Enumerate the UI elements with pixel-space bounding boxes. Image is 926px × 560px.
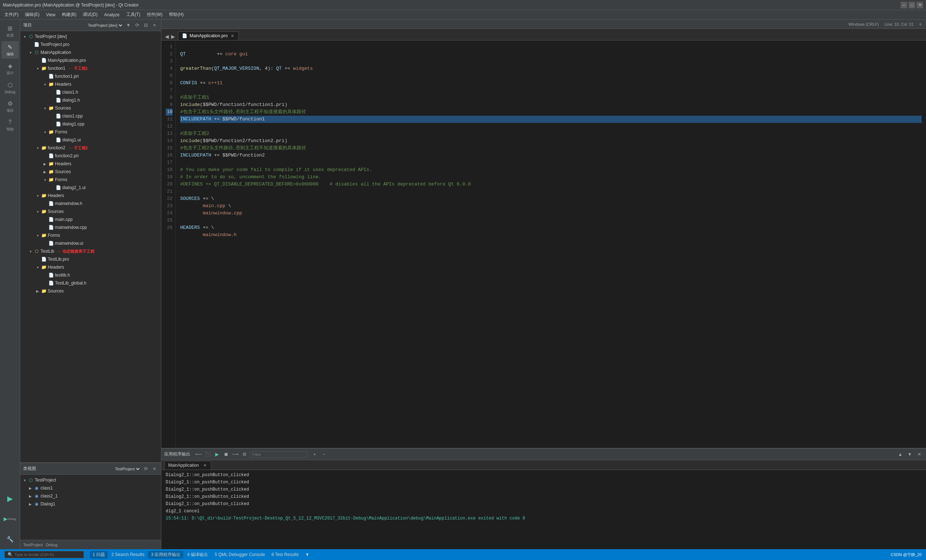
tree-item-dialog1-class[interactable]: ▶ ◉ Dialog1 (20, 500, 161, 508)
settings-output-button[interactable]: ⚙ (241, 450, 248, 459)
panel-down-button[interactable]: ▼ (906, 450, 914, 459)
tree-item-class1-cpp[interactable]: 📄 class1.cpp (20, 112, 161, 120)
class-dropdown[interactable]: TestProject (113, 466, 141, 471)
menu-edit[interactable]: 编辑(E) (22, 11, 42, 18)
status-tab-test[interactable]: 8 Test Results (268, 551, 301, 558)
tree-item-dialog1-h[interactable]: 📄 dialog1.h (20, 96, 161, 104)
sidebar-item-welcome[interactable]: ⊞ 欢迎 (2, 23, 19, 40)
tree-item-main-cpp[interactable]: 📄 main.cpp (20, 216, 161, 223)
sidebar-item-run[interactable]: ▶ (2, 490, 19, 507)
tree-item-mainwindow-h[interactable]: 📄 mainwindow.h (20, 199, 161, 208)
tree-item-testlib-pro[interactable]: 📄 TestLib.pro (20, 255, 161, 263)
project-tree-view[interactable]: ▾ ⬡ TestProject [dev] 📄 TestProject.pro … (20, 31, 161, 462)
filter-button[interactable]: ▼ (125, 22, 132, 29)
tree-item-testlib-global-h[interactable]: 📄 TestLib_global.h (20, 279, 161, 287)
tree-item-mainwindow-cpp[interactable]: 📄 mainwindow.cpp (20, 223, 161, 231)
collapse-button[interactable]: ⊟ (142, 22, 150, 29)
menu-controls[interactable]: 控件(W) (144, 11, 165, 18)
tree-item-class-testproject[interactable]: ▾ ⬡ TestProject (20, 476, 161, 484)
tree-item-mainapplication-sources[interactable]: ▾ 📁 Sources (20, 208, 161, 216)
code-editor[interactable]: 12345 6789 10 1112131415 16171819 202122… (161, 41, 926, 448)
status-tab-arrow[interactable]: ▼ (303, 551, 313, 558)
tree-item-function1[interactable]: ▾ 📁 function1 ← 子工程1 (20, 64, 161, 72)
close-button[interactable]: ✕ (917, 2, 923, 8)
status-tab-issues[interactable]: 1 问题 (90, 551, 108, 558)
tree-item-mainwindow-ui[interactable]: 📄 mainwindow.ui (20, 239, 161, 247)
status-tab-qml[interactable]: 5 QML Debugger Console (212, 551, 268, 558)
class-menu-button[interactable]: ≡ (151, 465, 158, 472)
end-output-button[interactable]: ⏹ (222, 450, 230, 459)
menu-debug[interactable]: 调试(D) (80, 11, 101, 18)
status-tab-compile[interactable]: 4 编译输出 (184, 551, 211, 558)
filter-input[interactable] (250, 451, 308, 458)
sidebar-item-project[interactable]: ⚙ 项目 (2, 98, 19, 115)
class-sync-button[interactable]: ⟳ (142, 465, 150, 472)
locate-input[interactable] (14, 552, 76, 557)
status-tab-search[interactable]: 2 Search Results (109, 551, 147, 558)
tree-item-testlib-sources[interactable]: ▶ 📁 Sources (20, 287, 161, 295)
tree-item-mainapplication-forms[interactable]: ▾ 📁 Forms (20, 231, 161, 239)
sidebar-item-debug-run[interactable]: ▶Debug (2, 510, 19, 527)
tree-item-testlib[interactable]: ▾ ⬡ TestLib ← 动态链接库子工程 (20, 247, 161, 255)
project-dropdown[interactable]: TestProject [dev] (86, 23, 123, 28)
tree-item-mainapplication-pro[interactable]: 📄 MainApplication.pro (20, 56, 161, 64)
tree-item-testproject[interactable]: ▾ ⬡ TestProject [dev] (20, 33, 161, 41)
tree-item-testlib-h[interactable]: 📄 testlib.h (20, 271, 161, 279)
tree-label-class1-h: class1.h (62, 90, 78, 95)
panel-up-button[interactable]: ▲ (896, 450, 904, 459)
menu-build[interactable]: 构建(B) (59, 11, 79, 18)
tree-item-testproject-pro[interactable]: 📄 TestProject.pro (20, 41, 161, 48)
tree-item-function1-pri[interactable]: 📄 function1.pri (20, 72, 161, 80)
panel-close-button[interactable]: ✕ (915, 450, 923, 459)
sidebar-item-design[interactable]: ◈ 设计 (2, 60, 19, 77)
sidebar-item-edit[interactable]: ✎ 编辑 (2, 41, 19, 59)
menu-view[interactable]: View (43, 12, 58, 18)
tree-item-function1-sources[interactable]: ▾ 📁 Sources (20, 104, 161, 112)
tree-item-function2-headers[interactable]: ▶ 📁 Headers (20, 160, 161, 168)
code-content[interactable]: QT += core gui greaterThan(QT_MAJOR_VERS… (176, 41, 926, 448)
tree-item-class2-1[interactable]: ▶ ◉ class2_1 (20, 492, 161, 500)
tree-item-class1-h[interactable]: 📄 class1.h (20, 88, 161, 96)
run-output-button[interactable]: ▶ (213, 450, 221, 459)
menu-help[interactable]: 帮助(H) (166, 11, 187, 18)
tree-item-class1[interactable]: ▶ ◉ class1 (20, 484, 161, 492)
tree-item-mainapplication-headers[interactable]: ▾ 📁 Headers (20, 192, 161, 199)
tree-item-dialog1-ui[interactable]: 📄 dialog1.ui (20, 136, 161, 144)
tree-item-testlib-headers[interactable]: ▾ 📁 Headers (20, 263, 161, 271)
sidebar-item-help[interactable]: ? 帮助 (2, 116, 19, 134)
tree-item-function1-headers[interactable]: ▾ 📁 Headers (20, 80, 161, 88)
minimize-button[interactable]: ─ (901, 2, 907, 8)
zoom-out-button[interactable]: − (320, 450, 328, 459)
sync-button[interactable]: ⟳ (133, 22, 141, 29)
output-tab-mainapplication[interactable]: MainApplication ✕ (164, 461, 211, 469)
stop-output-button[interactable]: ⬛ (204, 450, 212, 459)
output-content[interactable]: Dialog2_1::on_pushButton_clicked Dialog2… (161, 470, 926, 549)
title-controls[interactable]: ─ □ ✕ (901, 2, 923, 8)
tree-item-dialog2-1-ui[interactable]: 📄 dialog2_1.ui (20, 184, 161, 192)
tree-item-function2[interactable]: ▾ 📁 function2 ← 子工程2 (20, 144, 161, 152)
sidebar-item-wrench[interactable]: 🔧 (2, 530, 19, 548)
status-tab-output[interactable]: 3 应用程序输出 (148, 551, 183, 558)
tree-item-function1-forms[interactable]: ▾ 📁 Forms (20, 128, 161, 136)
maximize-button[interactable]: □ (909, 2, 915, 8)
forward-button[interactable]: ▶ (170, 33, 176, 40)
sidebar-item-debug[interactable]: ⬡ Debug (2, 79, 19, 96)
menu-analyze[interactable]: Analyze (101, 12, 123, 18)
class-tree[interactable]: ▾ ⬡ TestProject ▶ ◉ class1 ▶ ◉ class2_1 (20, 475, 161, 540)
locate-box[interactable]: 🔍 (5, 551, 84, 558)
tree-item-mainapplication[interactable]: ▾ ⬡ MainApplication (20, 48, 161, 56)
zoom-in-button[interactable]: + (311, 450, 319, 459)
tree-item-dialog1-cpp[interactable]: 📄 dialog1.cpp (20, 120, 161, 128)
menu-tools[interactable]: 工具(T) (123, 11, 143, 18)
prev-output-button[interactable]: ⟵ (195, 450, 203, 459)
output-tab-close[interactable]: ✕ (202, 463, 207, 468)
back-button[interactable]: ◀ (164, 33, 169, 40)
menu-file[interactable]: 文件(F) (2, 11, 21, 18)
tab-mainapplication-pro[interactable]: 📄 MainApplication.pro ✕ (178, 32, 239, 40)
tree-item-function2-forms[interactable]: ▾ 📁 Forms (20, 176, 161, 184)
tab-close-button[interactable]: ✕ (230, 33, 235, 38)
tree-item-function2-sources[interactable]: ▶ 📁 Sources (20, 168, 161, 176)
panel-menu-button[interactable]: ≡ (151, 22, 158, 29)
next-output-button[interactable]: ⟶ (231, 450, 239, 459)
tree-item-function2-pri[interactable]: 📄 function2.pri (20, 152, 161, 160)
